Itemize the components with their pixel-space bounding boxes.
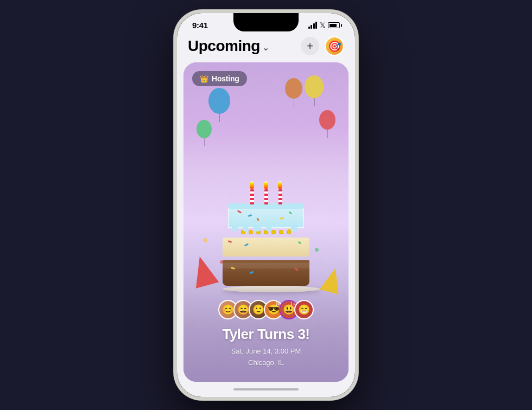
drip-5 bbox=[291, 226, 297, 232]
drip-3 bbox=[254, 225, 261, 232]
event-details: Sat, June 14, 3:00 PM Chicago, IL bbox=[194, 346, 338, 369]
balloon-green bbox=[197, 120, 212, 138]
drip-2 bbox=[243, 227, 248, 232]
top-nav: Upcoming ⌄ + 🎯 bbox=[177, 32, 355, 62]
birthday-cake bbox=[223, 181, 309, 292]
cards-area: 👑 Hosting bbox=[177, 62, 355, 382]
flame-2 bbox=[264, 181, 268, 189]
nav-actions: + 🎯 bbox=[301, 36, 344, 56]
notch bbox=[233, 13, 299, 31]
balloon-yellow bbox=[305, 75, 324, 98]
candle-2 bbox=[264, 181, 268, 204]
balloon-orange bbox=[285, 78, 302, 99]
screen: 9:41 𝕏 Upcoming bbox=[177, 13, 355, 397]
event-card[interactable]: 👑 Hosting bbox=[183, 62, 349, 382]
flame-3 bbox=[278, 181, 282, 189]
nav-title-wrapper[interactable]: Upcoming ⌄ bbox=[188, 37, 269, 55]
candle-body-1 bbox=[250, 189, 254, 204]
candle-body-2 bbox=[264, 189, 268, 204]
cake-top-tier bbox=[228, 206, 304, 228]
home-indicator bbox=[177, 382, 355, 397]
chevron-down-icon: ⌄ bbox=[262, 42, 269, 53]
event-title: Tyler Turns 3! bbox=[194, 326, 338, 343]
cake-middle-tier bbox=[223, 238, 309, 257]
candles bbox=[223, 181, 309, 204]
crown-icon: 👑 bbox=[200, 75, 208, 83]
card-info-overlay: 😊 😄 🙂 😎 RW bbox=[183, 289, 349, 382]
status-time: 9:41 bbox=[192, 21, 208, 30]
phone-frame: 9:41 𝕏 Upcoming bbox=[174, 10, 358, 400]
add-icon: + bbox=[307, 40, 313, 53]
status-icons: 𝕏 bbox=[308, 21, 340, 29]
signal-icon bbox=[308, 22, 318, 29]
candle-body-3 bbox=[278, 189, 282, 204]
balloon-red bbox=[319, 110, 335, 130]
flame-1 bbox=[250, 181, 254, 189]
candle-3 bbox=[278, 181, 282, 204]
cake-bottom-tier bbox=[223, 260, 309, 286]
party-hat-left bbox=[188, 254, 219, 289]
drip-4 bbox=[266, 227, 271, 232]
candle-1 bbox=[250, 181, 254, 204]
nav-title: Upcoming bbox=[188, 37, 260, 55]
phone-screen: 9:41 𝕏 Upcoming bbox=[177, 13, 355, 397]
attendees-row: 😊 😄 🙂 😎 RW bbox=[194, 300, 338, 319]
battery-icon bbox=[328, 22, 340, 28]
wifi-icon: 𝕏 bbox=[320, 21, 325, 29]
attendee-avatar-6: 😁 bbox=[294, 300, 314, 319]
avatar-emoji: 🎯 bbox=[328, 40, 341, 53]
hosting-label: Hosting bbox=[212, 74, 239, 83]
add-button[interactable]: + bbox=[301, 37, 319, 55]
profile-avatar-button[interactable]: 🎯 bbox=[325, 36, 344, 56]
event-location: Chicago, IL bbox=[194, 357, 338, 369]
home-bar bbox=[233, 388, 299, 390]
hosting-badge: 👑 Hosting bbox=[192, 71, 247, 86]
event-date: Sat, June 14, 3:00 PM bbox=[194, 346, 338, 357]
balloon-blue bbox=[208, 88, 230, 114]
drip-1 bbox=[232, 226, 238, 232]
